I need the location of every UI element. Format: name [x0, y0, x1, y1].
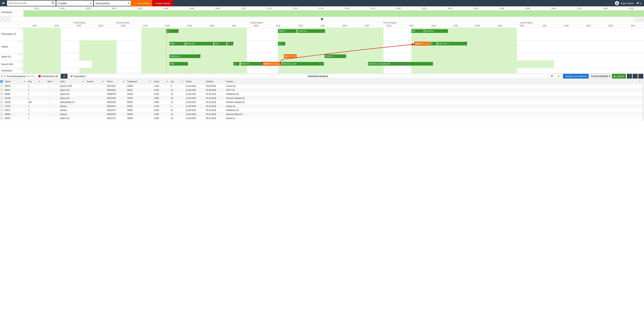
- gantt-task[interactable]: 47!: [166, 29, 178, 33]
- col-kuvaus[interactable]: Kuvaus: [87, 80, 94, 83]
- run-button[interactable]: ▶ Suorita: [612, 74, 626, 79]
- col-pos[interactable]: Pos: [28, 80, 32, 83]
- gantt-row-track[interactable]: 13091!90601 Po!88348 P!56136 Pos. 1(6.95…: [24, 61, 644, 68]
- refresh-button[interactable]: [61, 74, 68, 79]
- gantt-task[interactable]: 626: [412, 29, 424, 33]
- col-mat[interactable]: Mat.: [47, 80, 51, 83]
- table-row[interactable]: 395051✓Rausch 323300072637225861.50h821.…: [0, 84, 642, 88]
- approve-button[interactable]: Hyväksy suunnitelmat: [563, 74, 588, 79]
- nav-last-button[interactable]: »: [639, 17, 644, 22]
- filter-icon[interactable]: ▼: [181, 81, 183, 83]
- gantt-task[interactable]: 76064 P: [278, 29, 296, 33]
- col-aloitus[interactable]: Aloitus: [186, 80, 192, 83]
- row-visibility-icon[interactable]: 👁: [18, 28, 20, 30]
- user-area[interactable]: Jussi Demo: [612, 1, 636, 5]
- table-row[interactable]: 354011✓Space 22200021031683072.83h1221.0…: [0, 88, 642, 92]
- row-checkbox[interactable]: [1, 113, 3, 115]
- scrollbar[interactable]: [642, 79, 644, 120]
- ai-select[interactable]: Kuormita tekoälyllä: [590, 74, 611, 78]
- row-visibility-icon[interactable]: 👁: [18, 61, 20, 63]
- table-row[interactable]: 18108106✓Plasmapoltto 1300010103922934.6…: [0, 100, 642, 104]
- gantt-task[interactable]: 1!: [233, 62, 240, 66]
- download-button[interactable]: [638, 74, 643, 79]
- gantt-task[interactable]: 6: [430, 42, 437, 46]
- gantt-row-track[interactable]: 76064 Pos. 1!8807269 Pc: [24, 53, 644, 60]
- crown-icon[interactable]: ♛: [558, 75, 560, 78]
- gantt-task[interactable]: 65254 Pos.!: [186, 42, 214, 46]
- row-checkbox[interactable]: [1, 117, 3, 119]
- gantt-task[interactable]: 88348: [414, 42, 430, 46]
- filter-icon[interactable]: ▼: [51, 81, 53, 83]
- filter-icon[interactable]: ▼: [639, 81, 641, 83]
- row-checkbox[interactable]: [1, 85, 3, 87]
- gantt-task[interactable]: 90601!: [170, 42, 185, 46]
- row-checkbox[interactable]: [1, 89, 3, 91]
- gantt-task[interactable]: 56136 Pos. 1(6.9: [282, 62, 324, 66]
- gantt-row-label[interactable]: Sahaus👁2: [0, 41, 24, 53]
- search-icon[interactable]: [52, 2, 54, 5]
- delete-group-button[interactable]: Poista ryhmä: [152, 0, 173, 6]
- col-tyonro[interactable]: Työnro: [5, 80, 11, 83]
- table-row[interactable]: 304431✓Space 22200027311305863.36h1021.0…: [0, 116, 642, 120]
- capacity-tab[interactable]: Kapasiteetti: [68, 74, 87, 79]
- gantt-task[interactable]: 62611 Pos. 1!: [438, 42, 467, 46]
- unassigned-tab[interactable]: Kuormittamattomat 202 / 373: [5, 74, 36, 79]
- table-row[interactable]: 992561✓Space 22200066780320084.42h1921.0…: [0, 92, 642, 96]
- search-small-icon[interactable]: [1, 75, 3, 78]
- filter-icon[interactable]: ▼: [82, 81, 84, 83]
- gantt-task[interactable]: 88: [284, 54, 296, 58]
- col-kpl[interactable]: Kpl: [171, 80, 174, 83]
- gantt-task[interactable]: 07269 Pos.: [297, 29, 325, 33]
- gantt-task[interactable]: 56136 Pos. 1(10.00h) 000: [368, 62, 433, 66]
- nav-prev-button[interactable]: ‹: [6, 17, 10, 22]
- table-row[interactable]: 181081✓Space 22200023162767840.08h1021.0…: [0, 96, 642, 100]
- nav-first-button[interactable]: «: [0, 17, 5, 22]
- row-checkbox[interactable]: [1, 93, 3, 95]
- gantt-row-label[interactable]: Sorvikeskus👁2: [0, 68, 24, 73]
- select-group[interactable]: Demoryhmä ▾: [94, 1, 131, 6]
- filter-icon[interactable]: ▼: [166, 81, 168, 83]
- col-vaihe[interactable]: Vaihe: [60, 80, 65, 83]
- row-visibility-icon[interactable]: 👁: [18, 41, 20, 43]
- fullscreen-button[interactable]: [632, 74, 638, 79]
- gantt-task[interactable]: 88348 P!: [262, 62, 281, 66]
- gantt-task[interactable]: 56136 Pos: [424, 29, 448, 33]
- gantt-row-track[interactable]: 47!76064 P07269 Pos.62656136 Pos: [24, 28, 644, 40]
- create-group-button[interactable]: ＋ Luo ryhmä: [131, 0, 152, 6]
- gantt-row-label[interactable]: Rausch 3233👁2: [0, 61, 24, 68]
- search-input[interactable]: [8, 2, 52, 5]
- row-visibility-icon[interactable]: 👁: [18, 69, 20, 70]
- filter-icon[interactable]: ▼: [149, 81, 151, 83]
- filter-icon[interactable]: ▼: [102, 81, 104, 83]
- gantt-task[interactable]: 1309: [170, 62, 188, 66]
- col-piirnro[interactable]: Piirnro: [107, 80, 113, 83]
- menu-button[interactable]: [0, 0, 7, 6]
- gantt-task[interactable]: 73: [278, 42, 285, 46]
- col-toimitus[interactable]: Toimitus: [206, 80, 213, 83]
- col-kesto[interactable]: Kesto: [154, 80, 159, 83]
- col-asiakas[interactable]: Asiakas: [226, 80, 233, 83]
- gantt-task[interactable]: 5613!: [214, 42, 226, 46]
- print-icon[interactable]: [550, 75, 553, 78]
- select-count[interactable]: 5 Valittu ▾: [56, 1, 93, 6]
- row-checkbox[interactable]: [1, 109, 3, 111]
- camera-icon[interactable]: [321, 18, 323, 21]
- gantt-task[interactable]: 7!: [227, 42, 233, 46]
- col-tuotekoodi[interactable]: Tuotekoodi: [127, 80, 137, 83]
- select-all-checkbox[interactable]: [0, 80, 3, 83]
- viewer-count[interactable]: 2: [636, 2, 644, 5]
- gantt-task[interactable]: 90601 Po!: [241, 62, 262, 66]
- row-visibility-icon[interactable]: 👁: [18, 53, 20, 55]
- help-button[interactable]: ?: [627, 74, 632, 79]
- nav-next-button[interactable]: ›: [634, 17, 638, 22]
- errors-tab[interactable]: ! Virhetilanteet 13: [36, 74, 60, 79]
- filter-icon[interactable]: ▼: [122, 81, 124, 83]
- table-row[interactable]: 834721✓Sahaus00016372999382.54h1921.08.2…: [0, 108, 642, 112]
- gantt-row-track[interactable]: 90601!65254 Pos.!5613!7!7388348662611 Po…: [24, 41, 644, 53]
- row-checkbox[interactable]: [1, 101, 3, 103]
- gantt-row-label[interactable]: Plasmapoltto 13👁2: [0, 28, 24, 40]
- gantt-task[interactable]: 76064 Pos. 1!: [170, 54, 200, 58]
- gantt-row-label[interactable]: Space 222👁2: [0, 53, 24, 60]
- table-row[interactable]: 173231✓Sahaus00033971029075.44h221.08.20…: [0, 104, 642, 108]
- gantt-row-track[interactable]: [24, 68, 644, 73]
